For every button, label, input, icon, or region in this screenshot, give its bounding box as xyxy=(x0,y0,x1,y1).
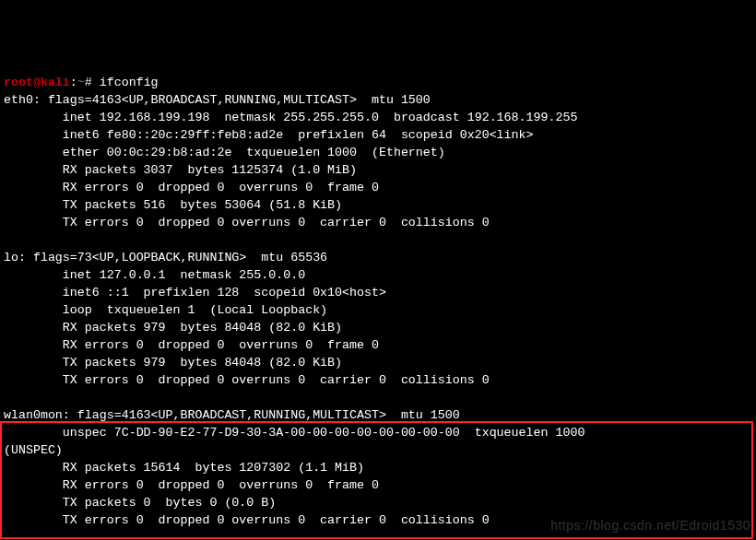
prompt-host: kali xyxy=(41,76,70,89)
wlan0mon-line-1: wlan0mon: flags=4163<UP,BROADCAST,RUNNIN… xyxy=(4,408,460,422)
eth0-line-1: eth0: flags=4163<UP,BROADCAST,RUNNING,MU… xyxy=(4,93,431,107)
wlan0mon-line-6: TX packets 0 bytes 0 (0.0 B) xyxy=(4,496,276,510)
wlan0mon-line-2: unspec 7C-DD-90-E2-77-D9-30-3A-00-00-00-… xyxy=(4,426,599,440)
eth0-line-3: inet6 fe80::20c:29ff:feb8:ad2e prefixlen… xyxy=(4,128,534,142)
eth0-line-8: TX errors 0 dropped 0 overruns 0 carrier… xyxy=(4,216,490,229)
wlan0mon-line-5: RX errors 0 dropped 0 overruns 0 frame 0 xyxy=(4,478,379,492)
wlan0mon-line-3: (UNSPEC) xyxy=(4,443,63,457)
prompt-hash: # xyxy=(85,76,100,89)
lo-line-1: lo: flags=73<UP,LOOPBACK,RUNNING> mtu 65… xyxy=(4,251,327,264)
prompt-at: @ xyxy=(33,76,41,89)
lo-line-6: RX errors 0 dropped 0 overruns 0 frame 0 xyxy=(4,338,379,352)
eth0-line-6: RX errors 0 dropped 0 overruns 0 frame 0 xyxy=(4,181,379,194)
eth0-line-7: TX packets 516 bytes 53064 (51.8 KiB) xyxy=(4,198,342,212)
prompt-colon: : xyxy=(70,76,77,89)
eth0-line-5: RX packets 3037 bytes 1125374 (1.0 MiB) xyxy=(4,163,357,177)
prompt-tilde: ~ xyxy=(77,76,85,89)
lo-line-7: TX packets 979 bytes 84048 (82.0 KiB) xyxy=(4,356,342,370)
command[interactable]: ifconfig xyxy=(100,76,159,89)
lo-line-2: inet 127.0.0.1 netmask 255.0.0.0 xyxy=(4,268,305,282)
prompt-user: root xyxy=(4,76,33,89)
wlan0mon-line-4: RX packets 15614 bytes 1207302 (1.1 MiB) xyxy=(4,461,364,475)
lo-line-5: RX packets 979 bytes 84048 (82.0 KiB) xyxy=(4,321,342,335)
eth0-line-2: inet 192.168.199.198 netmask 255.255.255… xyxy=(4,111,577,124)
wlan0mon-line-7: TX errors 0 dropped 0 overruns 0 carrier… xyxy=(4,513,490,527)
eth0-line-4: ether 00:0c:29:b8:ad:2e txqueuelen 1000 … xyxy=(4,146,445,159)
lo-line-4: loop txqueuelen 1 (Local Loopback) xyxy=(4,303,327,317)
lo-line-3: inet6 ::1 prefixlen 128 scopeid 0x10<hos… xyxy=(4,286,386,299)
terminal-output: root@kali:~# ifconfig eth0: flags=4163<U… xyxy=(4,74,752,529)
lo-line-8: TX errors 0 dropped 0 overruns 0 carrier… xyxy=(4,373,490,387)
